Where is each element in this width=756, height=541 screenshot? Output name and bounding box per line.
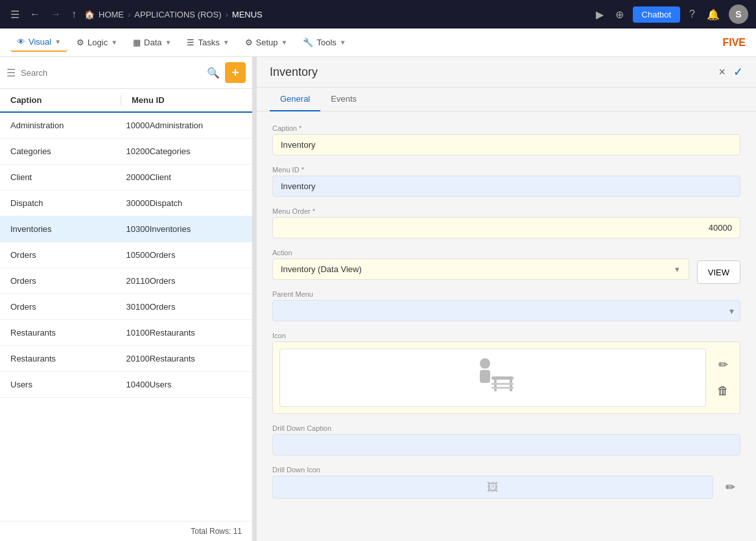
edit-icon-button[interactable]: ✏ xyxy=(713,354,733,375)
cell-caption: Orders xyxy=(10,276,126,286)
action-select[interactable]: Inventory (Data View) xyxy=(272,259,689,280)
svg-rect-5 xyxy=(491,383,514,385)
cell-caption: Inventories xyxy=(10,224,126,234)
play-icon[interactable]: ▶ xyxy=(593,6,606,23)
cell-menuid: 10500Orders xyxy=(126,250,242,260)
top-nav-right: ▶ ⊕ Chatbot ? 🔔 S xyxy=(593,5,748,24)
nav-tools[interactable]: 🔧 Tools ▼ xyxy=(296,34,352,51)
total-rows-label: Total Rows: 11 xyxy=(191,527,242,536)
cell-caption: Dispatch xyxy=(10,198,126,208)
table-row[interactable]: Dispatch 30000Dispatch xyxy=(0,190,252,216)
breadcrumb-apps[interactable]: APPLICATIONS (ROS) xyxy=(134,10,221,19)
breadcrumb-sep-2: › xyxy=(225,10,228,19)
main-layout: ☰ 🔍 + Caption Menu ID Administration 100… xyxy=(0,57,756,541)
up-icon[interactable]: ↑ xyxy=(69,6,79,23)
menuOrder-label: Menu Order * xyxy=(272,207,740,215)
drillDownIcon-field: Drill Down Icon 🖼 ✏ xyxy=(272,466,740,499)
search-input[interactable] xyxy=(21,68,202,78)
setup-caret: ▼ xyxy=(281,39,288,46)
svg-rect-6 xyxy=(491,387,514,389)
breadcrumb: 🏠 HOME › APPLICATIONS (ROS) › MENUS xyxy=(84,10,263,19)
filter-icon: ☰ xyxy=(6,67,16,79)
breadcrumb-menus[interactable]: MENUS xyxy=(232,10,263,19)
resize-handle[interactable] xyxy=(253,57,257,541)
table-row[interactable]: Categories 10200Categories xyxy=(0,139,252,165)
menuOrder-input[interactable] xyxy=(272,217,740,238)
cell-menuid: 20000Client xyxy=(126,172,242,182)
edit-drill-icon-button[interactable]: ✏ xyxy=(720,477,740,498)
table-row[interactable]: Client 20000Client xyxy=(0,165,252,190)
nav-tasks[interactable]: ☰ Tasks ▼ xyxy=(180,34,235,51)
action-row: Action Inventory (Data View) ▾ VIEW xyxy=(272,249,740,290)
back-icon[interactable]: ← xyxy=(27,6,43,23)
cell-menuid: 10100Restaurants xyxy=(126,328,242,338)
table-header: Caption Menu ID xyxy=(0,89,252,113)
cell-caption: Orders xyxy=(10,302,126,312)
visual-icon: 👁 xyxy=(17,37,25,47)
table-row[interactable]: Orders 10500Orders xyxy=(0,242,252,268)
table-row[interactable]: Users 10400Users xyxy=(0,372,252,398)
tab-general[interactable]: General xyxy=(270,87,320,111)
caption-field: Caption * xyxy=(272,124,740,155)
close-panel-button[interactable]: × xyxy=(718,65,726,79)
right-panel: Inventory × ✓ General Events Caption * M… xyxy=(257,57,756,541)
table-row[interactable]: Orders 30100Orders xyxy=(0,294,252,320)
menuOrder-field: Menu Order * xyxy=(272,207,740,238)
user-avatar[interactable]: S xyxy=(729,5,748,24)
svg-rect-2 xyxy=(491,376,514,380)
table-row[interactable]: Restaurants 10100Restaurants xyxy=(0,320,252,346)
nav-visual[interactable]: 👁 Visual ▼ xyxy=(10,33,67,52)
drillDownIcon-wrapper: 🖼 ✏ xyxy=(272,476,740,499)
form-area: Caption * Menu ID * Menu Order * Action xyxy=(257,111,756,541)
table-row[interactable]: Orders 20110Orders xyxy=(0,268,252,294)
cell-caption: Restaurants xyxy=(10,328,126,338)
action-field: Action Inventory (Data View) ▾ xyxy=(272,249,689,280)
icon-field: Icon xyxy=(272,332,740,414)
cell-caption: Orders xyxy=(10,250,126,260)
nav-logic-label: Logic xyxy=(88,38,108,47)
cell-caption: Administration xyxy=(10,121,126,130)
data-icon: ▦ xyxy=(133,38,141,47)
drillDownCaption-field: Drill Down Caption xyxy=(272,424,740,455)
confirm-panel-button[interactable]: ✓ xyxy=(733,65,743,79)
search-icon[interactable]: 🔍 xyxy=(207,67,220,79)
cell-menuid: 10200Categories xyxy=(126,146,242,156)
tab-events[interactable]: Events xyxy=(320,87,367,111)
menu-icon[interactable]: ☰ xyxy=(8,6,22,23)
add-button[interactable]: + xyxy=(225,62,246,83)
nav-data[interactable]: ▦ Data ▼ xyxy=(126,34,178,51)
table-row[interactable]: Restaurants 20100Restaurants xyxy=(0,346,252,372)
logic-icon: ⚙ xyxy=(77,38,84,47)
image-placeholder-icon: 🖼 xyxy=(487,481,499,494)
drillDownCaption-input[interactable] xyxy=(272,434,740,455)
menuId-input[interactable] xyxy=(272,176,740,197)
delete-icon-button[interactable]: 🗑 xyxy=(713,380,733,401)
nav-logic[interactable]: ⚙ Logic ▼ xyxy=(70,34,124,51)
view-button[interactable]: VIEW xyxy=(697,260,740,284)
forward-icon[interactable]: → xyxy=(48,6,64,23)
breadcrumb-home[interactable]: HOME xyxy=(99,10,124,19)
tasks-caret: ▼ xyxy=(223,39,230,46)
action-label: Action xyxy=(272,249,689,257)
secondary-nav: 👁 Visual ▼ ⚙ Logic ▼ ▦ Data ▼ ☰ Tasks ▼ … xyxy=(0,29,756,57)
parentMenu-select-wrapper: ▾ xyxy=(272,300,740,321)
help-icon[interactable]: ? xyxy=(687,6,698,23)
action-select-wrapper: Inventory (Data View) ▾ xyxy=(272,259,689,280)
cell-menuid: 30100Orders xyxy=(126,302,242,312)
nav-tools-label: Tools xyxy=(316,38,336,47)
five-logo: FIVE xyxy=(722,37,746,49)
cell-caption: Client xyxy=(10,172,126,182)
setup-icon: ⚙ xyxy=(245,38,253,47)
chatbot-button[interactable]: Chatbot xyxy=(633,6,681,23)
nav-setup[interactable]: ⚙ Setup ▼ xyxy=(239,34,294,51)
parentMenu-select[interactable] xyxy=(272,300,740,321)
caption-input[interactable] xyxy=(272,134,740,155)
tasks-icon: ☰ xyxy=(187,38,195,47)
table-row[interactable]: Inventories 10300Inventories xyxy=(0,216,252,242)
search-bar: ☰ 🔍 + xyxy=(0,57,252,89)
search-nav-icon[interactable]: ⊕ xyxy=(613,6,626,23)
action-caret[interactable]: ▾ xyxy=(666,259,689,280)
table-row[interactable]: Administration 10000Administration xyxy=(0,113,252,139)
notification-icon[interactable]: 🔔 xyxy=(704,6,722,23)
left-panel: ☰ 🔍 + Caption Menu ID Administration 100… xyxy=(0,57,253,541)
